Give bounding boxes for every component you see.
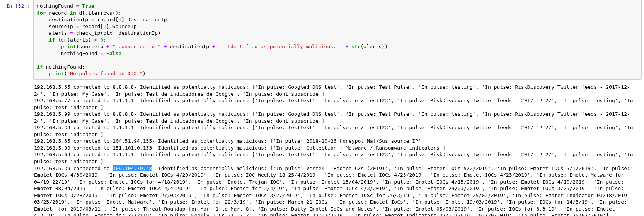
code-op: =: [76, 3, 79, 9]
code-builtin: print: [49, 71, 64, 76]
code-text: nothingFound: [37, 3, 76, 9]
code-text: :: [103, 37, 106, 43]
cell-body: nothingFound = True for record in df.ite…: [33, 0, 642, 216]
code-input[interactable]: nothingFound = True for record in df.ite…: [33, 0, 642, 80]
code-text: [37, 44, 61, 49]
code-str: " connected to ": [112, 44, 161, 49]
highlighted-ip: 109.104.79.48: [113, 165, 152, 171]
output-text: 192.168.5.65 connected to 8.8.8.8- Ident…: [34, 84, 636, 171]
code-text: record[: [79, 24, 104, 29]
output-text: - Identified as potentially malicious: […: [34, 165, 636, 216]
code-text: nothingFound:: [43, 64, 85, 70]
code-text: [109, 44, 112, 49]
code-text: [55, 37, 58, 43]
code-text: destinationIp: [37, 17, 91, 22]
code-builtin: len: [58, 37, 67, 43]
code-text: [215, 44, 218, 49]
code-const: False: [106, 51, 121, 56]
code-text: record: [46, 10, 70, 16]
code-builtin: print: [61, 44, 76, 49]
code-text: (alerts)): [361, 44, 388, 49]
code-text: [103, 51, 106, 56]
input-prompt: In [32]:: [2, 0, 33, 216]
code-text: nothingFound: [37, 51, 100, 56]
code-op: >: [94, 37, 97, 43]
code-const: True: [82, 3, 94, 9]
code-op: =: [76, 24, 79, 29]
prompt-number: 32: [18, 3, 24, 9]
code-text: df.iterrows():: [76, 10, 121, 16]
code-text: ].SourceIp: [106, 24, 136, 29]
code-op: =: [91, 17, 94, 22]
prompt-label: In: [6, 3, 12, 9]
code-text: (alerts): [67, 37, 94, 43]
code-text: [37, 71, 49, 76]
code-kw: in: [70, 10, 76, 16]
code-output[interactable]: 192.168.5.65 connected to 8.8.8.8- Ident…: [33, 82, 642, 216]
code-text: ].DestinationIp: [121, 17, 167, 22]
code-text: check_ip(otx, destinationIp): [73, 30, 161, 36]
code-op: +: [106, 44, 109, 49]
code-text: (sourceIp: [76, 44, 106, 49]
code-text: [161, 44, 164, 49]
code-text: sourceIp: [37, 24, 76, 29]
code-str: "No pulses found on OTX.": [67, 71, 143, 76]
code-text: alerts: [37, 30, 70, 36]
code-op: =: [70, 30, 73, 36]
code-text: [348, 44, 351, 49]
code-kw: for: [37, 10, 46, 16]
code-text: [37, 37, 49, 43]
code-text: ): [143, 71, 146, 76]
notebook-cell: In [32]: nothingFound = True for record …: [0, 0, 644, 216]
code-text: record[: [94, 17, 119, 22]
code-builtin: str: [351, 44, 360, 49]
code-op: +: [164, 44, 167, 49]
code-kw: if: [37, 64, 43, 70]
code-text: destinationIp: [167, 44, 212, 49]
code-num: 1: [103, 24, 106, 29]
code-kw: if: [49, 37, 55, 43]
code-num: 1: [118, 17, 121, 22]
code-op: +: [212, 44, 215, 49]
code-str: '- Identified as potentially malicious: …: [218, 44, 342, 49]
